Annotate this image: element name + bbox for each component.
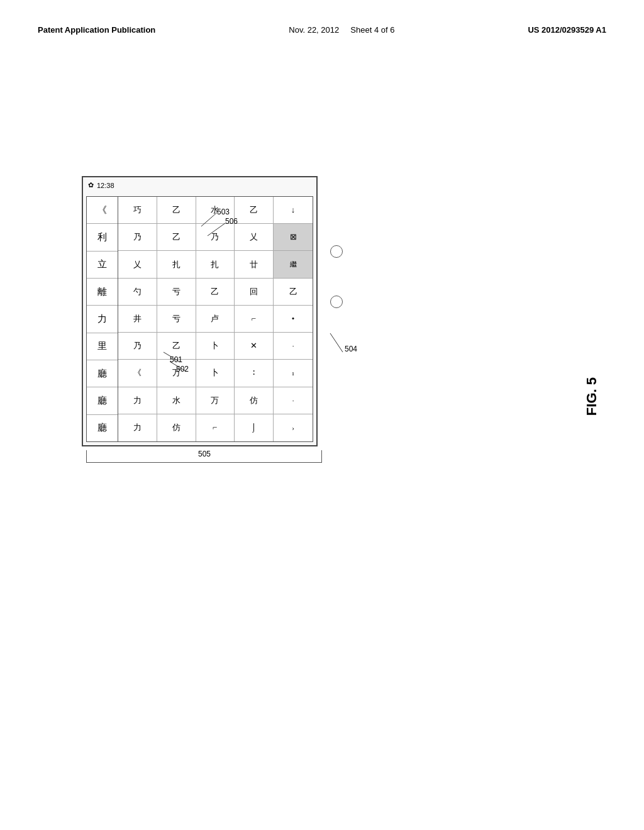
status-time: 12:38 (97, 182, 114, 189)
key-r2c3[interactable]: 乃 (196, 224, 235, 251)
key-r4c2[interactable]: 亏 (157, 279, 196, 306)
key-r5c4[interactable]: ⌐ (235, 306, 274, 333)
ref-506: 506 (225, 217, 238, 226)
keyboard-panel: 《 利 立 離 力 里 廳 廳 廳 巧 乙 水 乙 ↓ (86, 196, 313, 442)
key-r8c5[interactable]: · (274, 387, 313, 414)
key-r2c2[interactable]: 乙 (157, 224, 196, 251)
key-r6c4[interactable]: ✕ (235, 333, 274, 360)
key-r3c2[interactable]: 扎 (157, 251, 196, 278)
key-r8c4[interactable]: 仿 (235, 387, 274, 414)
scroll-down-btn[interactable] (330, 296, 343, 308)
key-grid: 巧 乙 水 乙 ↓ 乃 乙 乃 乂 ⊠ 乂 扎 扎 廿 繼 (118, 197, 313, 441)
key-r1c4[interactable]: 乙 (235, 197, 274, 224)
header-date: Nov. 22, 2012 (289, 25, 339, 35)
ref-504: 504 (345, 345, 357, 353)
key-r1c1[interactable]: 巧 (118, 197, 157, 224)
key-r3c3[interactable]: 扎 (196, 251, 235, 278)
key-r9c1[interactable]: 力 (118, 414, 157, 441)
cand-cell-4[interactable]: 力 (87, 306, 118, 333)
key-delete[interactable]: ⊠ (274, 224, 313, 251)
figure-area: ✿ 12:38 《 利 立 離 力 里 廳 廳 廳 (38, 176, 606, 478)
cand-cell-0[interactable]: 《 (87, 197, 118, 224)
key-r2c1[interactable]: 乃 (118, 224, 157, 251)
key-r2c4[interactable]: 乂 (235, 224, 274, 251)
device-mockup: ✿ 12:38 《 利 立 離 力 里 廳 廳 廳 (82, 176, 327, 453)
key-dot2[interactable]: · (274, 333, 313, 360)
key-backspace[interactable]: ↓ (274, 197, 313, 224)
key-r3c4[interactable]: 廿 (235, 251, 274, 278)
key-bar[interactable]: ı (274, 360, 313, 387)
key-r6c1[interactable]: 乃 (118, 333, 157, 360)
key-r7c3[interactable]: 卜 (196, 360, 235, 387)
cand-cell-6[interactable]: 廳 (87, 360, 118, 387)
key-r5c2[interactable]: 亏 (157, 306, 196, 333)
cand-cell-3[interactable]: 離 (87, 279, 118, 306)
cand-cell-5[interactable]: 里 (87, 333, 118, 360)
key-r6c3[interactable]: 卜 (196, 333, 235, 360)
candidate-column: 《 利 立 離 力 里 廳 廳 廳 (87, 197, 118, 441)
key-r9c2[interactable]: 仿 (157, 414, 196, 441)
header-date-sheet: Nov. 22, 2012 Sheet 4 of 6 (289, 25, 394, 35)
header-publication-label: Patent Application Publication (38, 25, 155, 35)
key-r9c4[interactable]: ⌡ (235, 414, 274, 441)
key-r3c1[interactable]: 乂 (118, 251, 157, 278)
key-r4c5[interactable]: 乙 (274, 279, 313, 306)
header-patent-number: US 2012/0293529 A1 (528, 25, 606, 35)
cand-cell-7[interactable]: 廳 (87, 387, 118, 414)
ref-502: 502 (176, 365, 189, 374)
key-r9c5[interactable]: › (274, 414, 313, 441)
scroll-up-btn[interactable] (330, 245, 343, 258)
ref-503: 503 (217, 208, 230, 216)
cand-cell-8[interactable]: 廳 (87, 415, 118, 441)
page-header: Patent Application Publication Nov. 22, … (38, 25, 606, 35)
ref-505: 505 (198, 450, 211, 458)
key-dot1[interactable]: • (274, 306, 313, 333)
scroll-buttons (330, 245, 343, 308)
key-r1c2[interactable]: 乙 (157, 197, 196, 224)
cand-cell-1[interactable]: 利 (87, 224, 118, 251)
header-sheet: Sheet 4 of 6 (350, 25, 394, 35)
key-r8c3[interactable]: 万 (196, 387, 235, 414)
figure-label: FIG. 5 (584, 377, 600, 416)
key-r4c4[interactable]: 回 (235, 279, 274, 306)
key-special[interactable]: 繼 (274, 251, 313, 278)
ref-501: 501 (170, 355, 182, 364)
device-border: ✿ 12:38 《 利 立 離 力 里 廳 廳 廳 (82, 176, 318, 446)
cand-cell-2[interactable]: 立 (87, 252, 118, 279)
key-r9c3[interactable]: ⌐ (196, 414, 235, 441)
key-r4c3[interactable]: 乙 (196, 279, 235, 306)
key-r7c4[interactable]: ∶ (235, 360, 274, 387)
status-icon: ✿ (88, 181, 94, 189)
key-r8c2[interactable]: 水 (157, 387, 196, 414)
key-r8c1[interactable]: 力 (118, 387, 157, 414)
key-r4c1[interactable]: 勺 (118, 279, 157, 306)
key-r5c3[interactable]: 卢 (196, 306, 235, 333)
key-r7c1[interactable]: 《 (118, 360, 157, 387)
status-bar: ✿ 12:38 (88, 181, 114, 189)
key-r5c1[interactable]: 井 (118, 306, 157, 333)
svg-line-4 (330, 333, 343, 352)
